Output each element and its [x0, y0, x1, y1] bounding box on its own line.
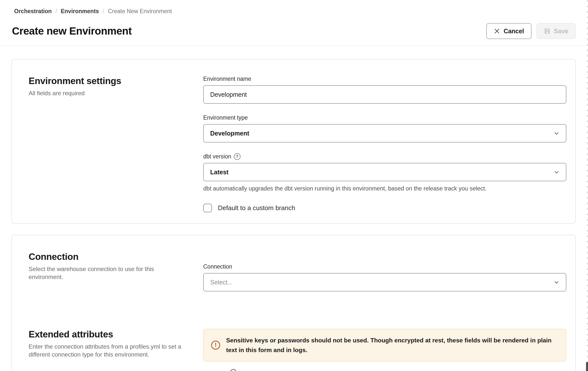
environment-settings-heading: Environment settings — [29, 75, 203, 87]
environment-name-label: Environment name — [203, 75, 251, 82]
dbt-version-field: dbt version ? Latest dbt automatically u… — [203, 153, 566, 192]
scrollbar-thumb-end — [586, 362, 588, 371]
dbt-version-help-text: dbt automatically upgrades the dbt versi… — [203, 185, 566, 192]
main-content: Environment settings All fields are requ… — [0, 59, 588, 371]
connection-heading: Connection — [29, 251, 203, 263]
connection-card: Connection Select the warehouse connecti… — [11, 235, 576, 371]
connection-select[interactable]: Select... — [203, 273, 566, 291]
dbt-version-value: Latest — [210, 169, 229, 176]
environment-type-field: Environment type Development — [203, 114, 566, 142]
custom-branch-checkbox[interactable] — [203, 204, 212, 212]
breadcrumb-item-environments[interactable]: Environments — [61, 8, 99, 15]
save-button-label: Save — [554, 28, 568, 35]
environment-type-value: Development — [210, 130, 249, 137]
custom-branch-label: Default to a custom branch — [218, 204, 295, 212]
breadcrumb-separator: / — [55, 8, 57, 15]
help-icon[interactable]: ? — [234, 153, 241, 160]
dbt-version-label: dbt version — [203, 153, 231, 160]
environment-name-field: Environment name — [203, 75, 566, 104]
custom-branch-row: Default to a custom branch — [203, 204, 566, 212]
warning-text: Sensitive keys or passwords should not b… — [226, 335, 558, 355]
warning-icon: ! — [211, 341, 220, 350]
save-icon — [544, 28, 550, 34]
scrollbar-track[interactable] — [587, 0, 588, 371]
connection-section: Connection Select the warehouse connecti… — [29, 251, 566, 291]
extended-attributes-heading: Extended attributes — [29, 329, 203, 340]
connection-label: Connection — [203, 263, 232, 270]
breadcrumb-separator: / — [103, 8, 104, 15]
header-divider — [0, 46, 588, 46]
environment-type-label: Environment type — [203, 114, 248, 121]
environment-settings-card: Environment settings All fields are requ… — [11, 59, 576, 224]
connection-field: Connection Select... — [203, 263, 566, 291]
connection-subheading: Select the warehouse connection to use f… — [29, 265, 183, 281]
close-icon — [494, 28, 500, 34]
breadcrumb: Orchestration / Environments / Create Ne… — [14, 8, 576, 15]
page-header: Orchestration / Environments / Create Ne… — [0, 0, 588, 39]
cancel-button-label: Cancel — [504, 28, 524, 35]
warning-banner: ! Sensitive keys or passwords should not… — [203, 329, 566, 362]
header-actions: Cancel Save — [486, 23, 576, 39]
save-button[interactable]: Save — [537, 23, 576, 39]
chevron-down-icon — [553, 130, 560, 137]
environment-settings-subheading: All fields are required — [29, 89, 183, 97]
extended-attributes-subheading: Enter the connection attributes from a p… — [29, 343, 183, 359]
chevron-down-icon — [553, 169, 560, 176]
dbt-version-select[interactable]: Latest — [203, 163, 566, 181]
connection-placeholder: Select... — [210, 279, 233, 286]
page-title: Create new Environment — [12, 25, 132, 38]
environment-type-select[interactable]: Development — [203, 124, 566, 142]
breadcrumb-item-current: Create New Environment — [108, 8, 172, 15]
chevron-down-icon — [553, 279, 560, 286]
cancel-button[interactable]: Cancel — [486, 23, 532, 39]
breadcrumb-item-orchestration[interactable]: Orchestration — [14, 8, 52, 15]
extended-attributes-section: Extended attributes Enter the connection… — [29, 329, 566, 362]
environment-name-input[interactable] — [203, 85, 566, 104]
